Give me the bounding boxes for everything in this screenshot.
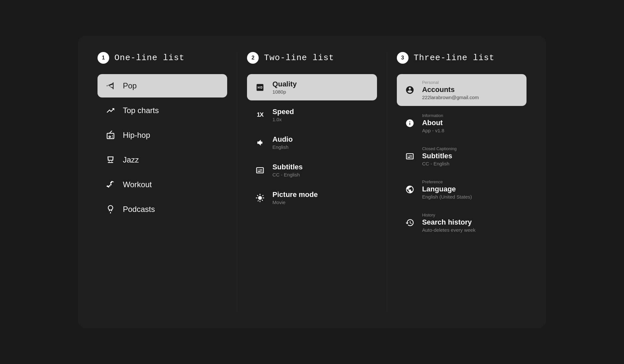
list-item-speed[interactable]: 1X Speed 1.0x <box>247 102 377 128</box>
search-history-label: Search history <box>422 218 475 227</box>
accounts-text: Personal Accounts 222larabrown@gmail.com <box>422 80 479 100</box>
radio-icon <box>105 129 116 141</box>
main-container: 1 One-line list Pop Top charts <box>78 36 546 328</box>
search-history-overline: History <box>422 213 475 217</box>
podcasts-icon <box>105 203 116 215</box>
jazz-text: Jazz <box>123 155 139 164</box>
list-item-subtitles[interactable]: Subtitles CC - English <box>247 157 377 183</box>
tools-icon <box>105 179 116 190</box>
list-item-workout[interactable]: Workout <box>98 173 227 196</box>
section-number-1: 1 <box>98 52 109 64</box>
megaphone-icon <box>105 80 116 92</box>
speed-sublabel: 1.0x <box>272 117 294 122</box>
info-icon <box>404 117 416 129</box>
wine-glass-icon <box>105 154 116 166</box>
section-title-1: One-line list <box>114 53 185 63</box>
speed-label: Speed <box>272 108 294 116</box>
speed-text: Speed 1.0x <box>272 108 294 122</box>
section-header-3: 3 Three-line list <box>397 52 526 64</box>
trending-up-icon <box>105 105 116 116</box>
history-icon <box>404 217 416 228</box>
search-history-sublabel: Auto-deletes every week <box>422 227 475 233</box>
list-item-language[interactable]: Preference Language English (United Stat… <box>397 174 526 205</box>
language-overline: Preference <box>422 179 472 184</box>
pop-label: Pop <box>123 81 137 90</box>
list-item-jazz[interactable]: Jazz <box>98 148 227 172</box>
hip-hop-text: Hip-hop <box>123 131 150 140</box>
list-item-quality[interactable]: Quality 1080p <box>247 74 377 100</box>
column-three-line: 3 Three-line list Personal Accounts 222l… <box>387 52 526 312</box>
subtitles2-sublabel: CC - English <box>422 161 457 166</box>
list-item-pop[interactable]: Pop <box>98 74 227 98</box>
accounts-overline: Personal <box>422 80 479 85</box>
accounts-sublabel: 222larabrown@gmail.com <box>422 95 479 100</box>
audio-icon <box>254 137 266 149</box>
column-one-line: 1 One-line list Pop Top charts <box>98 52 237 312</box>
top-charts-text: Top charts <box>123 106 159 115</box>
audio-label: Audio <box>272 135 292 144</box>
list-item-subtitles2[interactable]: Closed Captioning Subtitles CC - English <box>397 140 526 172</box>
hd-icon <box>254 82 266 93</box>
list-item-accounts[interactable]: Personal Accounts 222larabrown@gmail.com <box>397 74 526 106</box>
brightness-icon <box>254 192 266 204</box>
column-two-line: 2 Two-line list Quality 1080p 1X Speed 1… <box>237 52 386 312</box>
audio-sublabel: English <box>272 144 292 150</box>
section-number-2: 2 <box>247 52 259 64</box>
language-text: Preference Language English (United Stat… <box>422 179 472 200</box>
list-item-top-charts[interactable]: Top charts <box>98 99 227 122</box>
subtitles2-overline: Closed Captioning <box>422 146 457 151</box>
accounts-label: Accounts <box>422 85 479 94</box>
audio-text: Audio English <box>272 135 292 150</box>
speed-1x-icon: 1X <box>254 109 266 121</box>
about-sublabel: App - v1.8 <box>422 128 444 133</box>
section-header-1: 1 One-line list <box>98 52 227 64</box>
cc-icon <box>404 150 416 162</box>
subtitles-label: Subtitles <box>272 163 303 171</box>
quality-sublabel: 1080p <box>272 89 297 95</box>
list-item-picture-mode[interactable]: Picture mode Movie <box>247 185 377 211</box>
section-number-3: 3 <box>397 52 409 64</box>
quality-text: Quality 1080p <box>272 80 297 95</box>
subtitles-sublabel: CC - English <box>272 172 303 177</box>
jazz-label: Jazz <box>123 155 139 164</box>
top-charts-label: Top charts <box>123 106 159 115</box>
about-overline: Information <box>422 113 444 118</box>
about-text: Information About App - v1.8 <box>422 113 444 133</box>
section-title-3: Three-line list <box>414 53 495 63</box>
subtitles2-text: Closed Captioning Subtitles CC - English <box>422 146 457 166</box>
list-item-podcasts[interactable]: Podcasts <box>98 198 227 221</box>
picture-mode-text: Picture mode Movie <box>272 190 318 205</box>
podcasts-label: Podcasts <box>123 205 155 214</box>
picture-mode-label: Picture mode <box>272 190 318 199</box>
globe-icon <box>404 184 416 195</box>
hip-hop-label: Hip-hop <box>123 131 150 140</box>
pop-text: Pop <box>123 81 137 90</box>
workout-label: Workout <box>123 180 152 189</box>
search-history-text: History Search history Auto-deletes ever… <box>422 213 475 233</box>
list-item-audio[interactable]: Audio English <box>247 129 377 156</box>
account-circle-icon <box>404 84 416 96</box>
list-item-about[interactable]: Information About App - v1.8 <box>397 107 526 139</box>
subtitles-text: Subtitles CC - English <box>272 163 303 177</box>
picture-mode-sublabel: Movie <box>272 200 318 205</box>
section-header-2: 2 Two-line list <box>247 52 377 64</box>
podcasts-text: Podcasts <box>123 205 155 214</box>
language-sublabel: English (United States) <box>422 194 472 200</box>
section-title-2: Two-line list <box>264 53 334 63</box>
about-label: About <box>422 119 444 127</box>
list-item-search-history[interactable]: History Search history Auto-deletes ever… <box>397 207 526 239</box>
subtitles-icon <box>254 164 266 176</box>
language-label: Language <box>422 185 472 193</box>
workout-text: Workout <box>123 180 152 189</box>
quality-label: Quality <box>272 80 297 88</box>
subtitles2-label: Subtitles <box>422 152 457 160</box>
list-item-hip-hop[interactable]: Hip-hop <box>98 124 227 147</box>
